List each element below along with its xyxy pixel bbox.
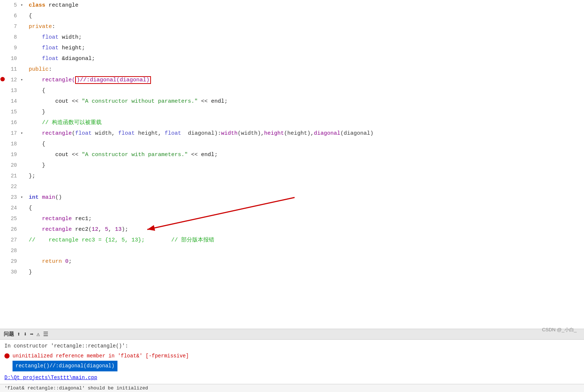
line-gutter: 21 xyxy=(0,171,27,181)
line-gutter: 15 xyxy=(0,107,27,117)
panel-header: 问题 ⬆ ⬇ ➡ ⚠ ☰ xyxy=(0,329,584,340)
line-gutter: 10 xyxy=(0,53,27,64)
nav-right-icon[interactable]: ➡ xyxy=(30,331,34,338)
code-content: } xyxy=(27,107,584,117)
code-line: 23▾int main() xyxy=(0,192,584,203)
fold-arrow[interactable]: ▾ xyxy=(19,0,24,11)
error-context-text: In constructor 'rectangle::rectangle()': xyxy=(4,342,128,350)
line-gutter: 22 xyxy=(0,181,27,192)
code-line: 24{ xyxy=(0,203,584,213)
line-number: 28 xyxy=(5,246,17,256)
line-gutter: 11 xyxy=(0,64,27,75)
line-number: 16 xyxy=(5,117,17,128)
code-line: 7private: xyxy=(0,21,584,32)
code-content: cout << "A constructor with parameters."… xyxy=(27,149,584,160)
line-gutter: 5▾ xyxy=(0,0,27,11)
filter-icon[interactable]: ☰ xyxy=(43,331,48,338)
line-gutter: 27 xyxy=(0,235,27,246)
line-number: 19 xyxy=(5,149,17,160)
code-content: float &diagonal; xyxy=(27,53,584,64)
footer-message: 'float& rectangle::diagonal' should be i… xyxy=(4,385,148,391)
line-gutter: 6 xyxy=(0,11,27,21)
code-content: }; xyxy=(27,171,584,181)
fold-arrow[interactable]: ▾ xyxy=(19,75,24,85)
panel-title: 问题 xyxy=(4,331,14,338)
code-line: 14 cout << "A constructor without parame… xyxy=(0,96,584,107)
line-gutter: 19 xyxy=(0,149,27,160)
line-number: 12 xyxy=(5,75,17,85)
watermark: CSDN @_小白_ xyxy=(542,326,577,333)
code-line: 8 float width; xyxy=(0,32,584,43)
code-content: public: xyxy=(27,64,584,75)
code-content: class rectangle xyxy=(27,0,584,11)
error-dot-icon xyxy=(4,353,10,359)
line-gutter: 7 xyxy=(0,21,27,32)
code-line: 21}; xyxy=(0,171,584,181)
line-number: 20 xyxy=(5,160,17,171)
code-line: 10 float &diagonal; xyxy=(0,53,584,64)
line-gutter: 23▾ xyxy=(0,192,27,203)
line-gutter: 20 xyxy=(0,160,27,171)
line-number: 9 xyxy=(5,43,17,53)
line-number: 13 xyxy=(5,85,17,96)
line-number: 11 xyxy=(5,64,17,75)
breakpoint-area[interactable] xyxy=(0,75,5,85)
code-content: // 构造函数可以被重载 xyxy=(27,117,584,128)
file-path-link[interactable]: D:\Qt_projects\Testtt\main.cpp xyxy=(4,375,97,381)
code-content: int main() xyxy=(27,192,584,203)
line-number: 5 xyxy=(5,0,17,11)
line-gutter: 9 xyxy=(0,43,27,53)
fold-arrow[interactable]: ▾ xyxy=(19,192,24,203)
code-line: 13 { xyxy=(0,85,584,96)
code-line: 20 } xyxy=(0,160,584,171)
code-line: 11public: xyxy=(0,64,584,75)
line-number: 17 xyxy=(5,128,17,139)
line-gutter: 13 xyxy=(0,85,27,96)
code-line: 5▾class rectangle xyxy=(0,0,584,11)
line-gutter: 18 xyxy=(0,139,27,149)
panel-content: In constructor 'rectangle::rectangle()':… xyxy=(0,340,584,384)
code-line: 25 rectangle rec1; xyxy=(0,213,584,224)
line-number: 23 xyxy=(5,192,17,203)
code-content: float width; xyxy=(27,32,584,43)
code-content: } xyxy=(27,267,584,278)
line-number: 21 xyxy=(5,171,17,181)
line-number: 29 xyxy=(5,256,17,267)
code-line: 15 } xyxy=(0,107,584,117)
code-line: 17▾ rectangle(float width, float height,… xyxy=(0,128,584,139)
line-number: 7 xyxy=(5,21,17,32)
line-gutter: 17▾ xyxy=(0,128,27,139)
line-number: 15 xyxy=(5,107,17,117)
line-number: 14 xyxy=(5,96,17,107)
line-number: 26 xyxy=(5,224,17,235)
code-content: { xyxy=(27,85,584,96)
line-gutter: 25 xyxy=(0,213,27,224)
code-line: 26 rectangle rec2(12, 5, 13); xyxy=(0,224,584,235)
error-code-line: rectangle()//:diagonal(diagonal) xyxy=(13,361,580,371)
code-line: 18 { xyxy=(0,139,584,149)
code-content: { xyxy=(27,11,584,21)
nav-up-icon[interactable]: ⬆ xyxy=(17,331,21,338)
error-main-text: uninitialized reference member in 'float… xyxy=(13,352,189,360)
code-content: cout << "A constructor without parameter… xyxy=(27,96,584,107)
code-line: 6{ xyxy=(0,11,584,21)
code-content: rectangle rec2(12, 5, 13); xyxy=(27,224,584,235)
warning-icon[interactable]: ⚠ xyxy=(36,331,40,338)
line-gutter: 28 xyxy=(0,246,27,256)
footer-bar: 'float& rectangle::diagonal' should be i… xyxy=(0,384,584,392)
code-content: rectangle rec1; xyxy=(27,213,584,224)
code-line: 22 xyxy=(0,181,584,192)
error-main-line: uninitialized reference member in 'float… xyxy=(4,352,580,360)
code-line: 28 xyxy=(0,246,584,256)
nav-down-icon[interactable]: ⬇ xyxy=(24,331,27,338)
code-line: 16 // 构造函数可以被重载 xyxy=(0,117,584,128)
line-gutter: 29 xyxy=(0,256,27,267)
line-number: 30 xyxy=(5,267,17,278)
line-number: 18 xyxy=(5,139,17,149)
code-content: return 0; xyxy=(27,256,584,267)
line-gutter: 12▾ xyxy=(0,75,27,85)
fold-arrow[interactable]: ▾ xyxy=(19,128,24,139)
line-gutter: 8 xyxy=(0,32,27,43)
breakpoint-dot xyxy=(0,77,5,81)
error-context-line: In constructor 'rectangle::rectangle()': xyxy=(4,342,580,350)
